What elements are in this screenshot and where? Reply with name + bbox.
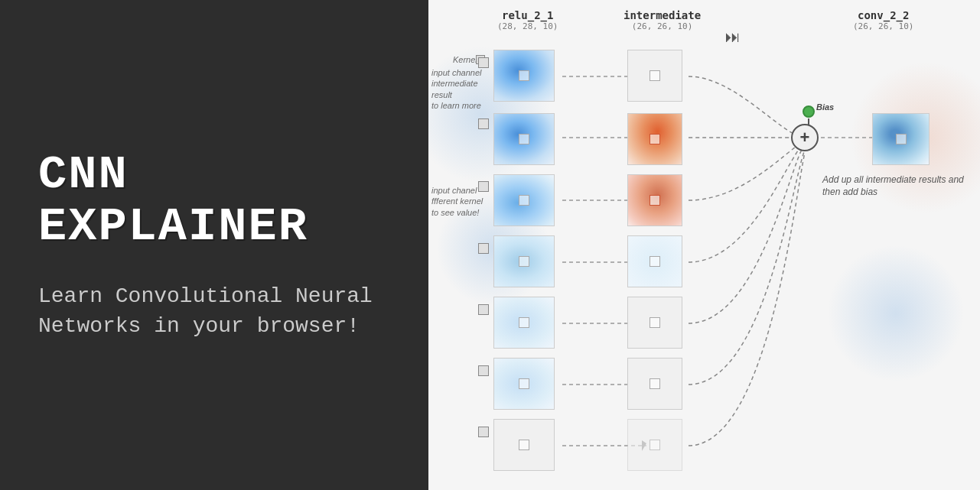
annotation-input-channel2: input chanel ffferent kernel to see valu… bbox=[431, 185, 500, 218]
fmap-inner-int-1 bbox=[650, 70, 660, 81]
fmap-inner-relu-1 bbox=[519, 70, 529, 81]
left-panel: CNN Explainer Learn Convolutional Neural… bbox=[0, 0, 428, 490]
fmap-int-5[interactable] bbox=[627, 297, 682, 349]
fmap-int-4[interactable] bbox=[627, 235, 682, 287]
fmap-relu-3[interactable] bbox=[493, 174, 555, 226]
fmap-inner-int-2 bbox=[650, 134, 660, 144]
app-title: CNN Explainer bbox=[38, 149, 390, 253]
fmap-inner-relu-7 bbox=[519, 440, 529, 450]
fmap-inner-relu-5 bbox=[519, 317, 529, 328]
fmap-relu-2[interactable] bbox=[493, 113, 555, 165]
fmap-inner-int-6 bbox=[650, 378, 660, 389]
kernel-label: Kernel bbox=[453, 55, 477, 64]
row-icon-5 bbox=[478, 304, 489, 315]
fmap-inner-relu-6 bbox=[519, 378, 529, 389]
fmap-inner-relu-4 bbox=[519, 256, 529, 267]
col-label-conv: conv_2_2 (26, 26, 10) bbox=[853, 9, 913, 31]
skip-button[interactable]: ⏭ bbox=[725, 28, 741, 46]
fmap-inner-relu-3 bbox=[519, 195, 529, 206]
annotation-input-channel: input channel intermediate result to lea… bbox=[431, 67, 500, 111]
fmap-inner-int-3 bbox=[650, 195, 660, 206]
right-panel: relu_2_1 (28, 28, 10) intermediate (26, … bbox=[428, 0, 980, 490]
bg-blob-4 bbox=[827, 245, 965, 382]
fmap-inner-int-4 bbox=[650, 256, 660, 267]
bias-label: Bias bbox=[816, 102, 834, 112]
fmap-relu-5[interactable] bbox=[493, 297, 555, 349]
fmap-int-3[interactable] bbox=[627, 174, 682, 226]
row-icon-6 bbox=[478, 365, 489, 376]
fmap-int-7[interactable] bbox=[627, 419, 682, 471]
fmap-inner-int-5 bbox=[650, 317, 660, 328]
row-icon-2 bbox=[478, 118, 489, 129]
fmap-int-1[interactable] bbox=[627, 50, 682, 102]
row-icon-7 bbox=[478, 427, 489, 437]
add-node: + bbox=[791, 124, 819, 151]
add-description: Add up all intermediate results and then… bbox=[822, 174, 975, 198]
fmap-inner-relu-2 bbox=[519, 134, 529, 144]
fmap-inner-conv-out bbox=[896, 134, 907, 144]
fmap-inner-int-7 bbox=[650, 440, 660, 450]
fmap-int-6[interactable] bbox=[627, 358, 682, 410]
fmap-int-2[interactable] bbox=[627, 113, 682, 165]
col-label-relu: relu_2_1 (28, 28, 10) bbox=[497, 9, 558, 31]
fmap-relu-6[interactable] bbox=[493, 358, 555, 410]
bias-node bbox=[803, 105, 815, 118]
app-subtitle: Learn Convolutional Neural Networks in y… bbox=[38, 281, 390, 341]
fmap-relu-4[interactable] bbox=[493, 235, 555, 287]
row-icon-1 bbox=[478, 57, 489, 68]
col-label-intermediate: intermediate (26, 26, 10) bbox=[623, 9, 701, 31]
row-icon-4 bbox=[478, 243, 489, 254]
fmap-relu-1[interactable] bbox=[493, 50, 555, 102]
fmap-relu-7[interactable] bbox=[493, 419, 555, 471]
fmap-conv-out[interactable] bbox=[872, 113, 930, 165]
